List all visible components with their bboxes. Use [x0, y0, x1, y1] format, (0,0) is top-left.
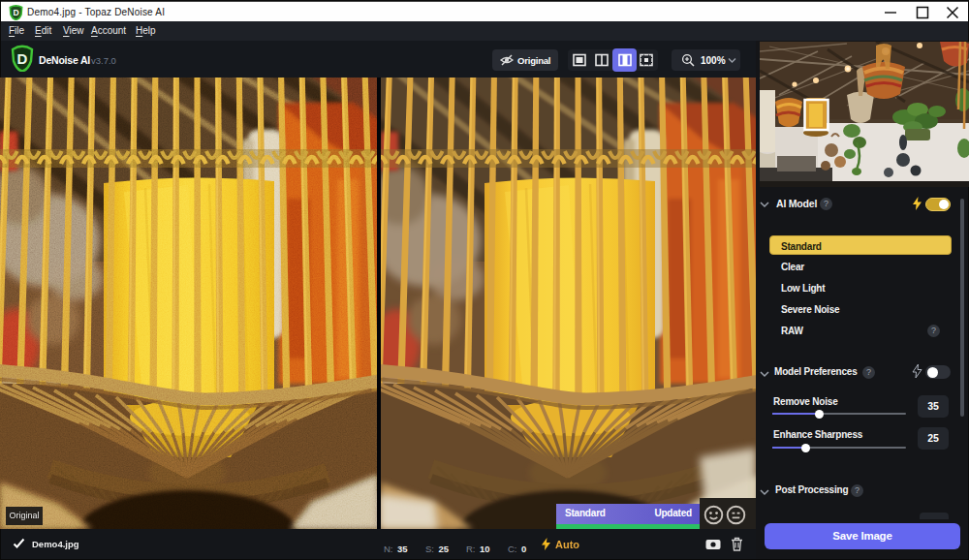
svg-text:D: D [13, 8, 18, 17]
svg-text:D: D [17, 50, 28, 67]
